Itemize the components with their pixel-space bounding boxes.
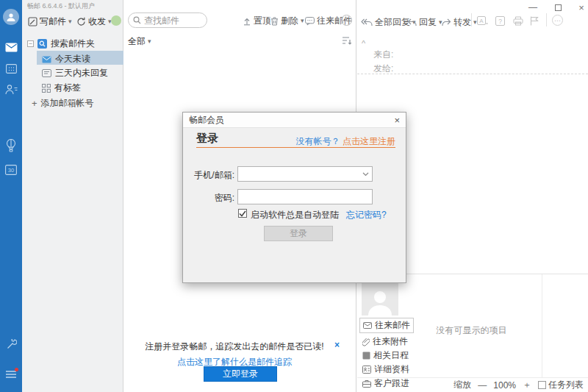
reading-more-button[interactable]: ⋯ (552, 15, 563, 26)
zoom-label: 缩放 (453, 379, 471, 391)
reply-icon (407, 18, 417, 26)
svg-text:A: A (479, 18, 484, 24)
header-separator (357, 74, 588, 74)
delete-label: 删除 (281, 15, 298, 27)
task-list-toggle[interactable]: 任务列表 (538, 379, 584, 391)
task-list-label: 任务列表 (548, 379, 584, 391)
close-button[interactable]: × (572, 1, 588, 13)
flag-button[interactable] (530, 16, 539, 26)
paperclip-icon (362, 338, 370, 346)
contact-avatar (362, 280, 398, 316)
add-contact-button[interactable]: A (477, 16, 488, 26)
pin-top-button[interactable]: 置顶 (243, 15, 271, 27)
nav-contacts[interactable] (0, 80, 22, 98)
no-account-text: 没有帐号？ (296, 136, 340, 146)
status-bar: 缩放 — 100% ＋ 任务列表 (357, 377, 588, 392)
login-submit-button[interactable]: 登录 (264, 226, 333, 241)
maximize-button[interactable] (548, 1, 567, 13)
collapse-header-icon[interactable]: ^ (362, 39, 365, 48)
notification-dot (15, 368, 18, 371)
calendar-icon (6, 63, 17, 74)
promo-text: 注册并登录畅邮，追踪发出去的邮件是否已读! (124, 341, 345, 353)
reply-button[interactable]: 回复 ▾ (407, 16, 442, 29)
svg-text:?: ? (498, 18, 502, 25)
sidebar-item-tagged[interactable]: 有标签 (42, 82, 81, 94)
status-indicator (111, 15, 121, 26)
minimize-button[interactable]: — (523, 1, 542, 13)
empty-list-message: 没有可显示的项目 (401, 324, 542, 337)
calendar-30-icon: 30 (5, 165, 17, 175)
login-now-button[interactable]: 立即登录 (204, 366, 277, 382)
nav-mail[interactable] (0, 38, 22, 56)
pencil-icon (28, 17, 37, 26)
sidebar-item-today-unread[interactable]: 今天未读 (42, 53, 90, 65)
nav-balloon[interactable] (0, 137, 22, 154)
nav-calendar30[interactable]: 30 (0, 161, 22, 179)
help-button[interactable]: ? (495, 16, 505, 26)
forward-label: 转发 (453, 16, 471, 29)
chevron-down-icon[interactable]: ▾ (473, 19, 477, 26)
member-login-dialog: 畅邮会员 × 登录 没有帐号？ 点击这里注册 手机/邮箱: 密码: 启动软件总是… (182, 112, 406, 283)
forward-icon (442, 18, 451, 26)
app-window: 30 畅邮 6.6.4.6 - 默认用户 写邮件 ▾ (0, 0, 588, 392)
minimize-icon: — (528, 2, 537, 13)
search-input[interactable] (144, 15, 198, 26)
auto-login-checkbox[interactable] (238, 209, 247, 218)
phone-email-field[interactable] (237, 166, 373, 182)
svg-text:30: 30 (8, 167, 14, 174)
tree-collapse-icon[interactable]: − (27, 40, 34, 47)
delete-button[interactable]: 删除 ▾ (270, 15, 304, 27)
tab-related-schedule[interactable]: 相关日程 (359, 349, 412, 363)
register-row: 没有帐号？ 点击这里注册 (183, 135, 395, 148)
account-avatar[interactable] (0, 7, 22, 26)
dialog-close-icon[interactable]: × (394, 115, 400, 126)
task-list-checkbox[interactable] (538, 381, 546, 389)
dialog-title: 畅邮会员 (189, 114, 224, 126)
nav-calendar[interactable] (0, 60, 22, 77)
tab-detailed-info[interactable]: 详细资料 (359, 363, 412, 377)
more-options-button[interactable]: ⋯ (341, 15, 352, 26)
filter-label: 全部 (128, 35, 146, 48)
envelope-icon (42, 56, 51, 63)
search-box[interactable] (128, 13, 207, 28)
dialog-titlebar[interactable]: 畅邮会员 (183, 113, 406, 128)
zoom-out-button[interactable]: — (478, 380, 487, 391)
sort-button[interactable] (342, 36, 352, 45)
zoom-value: 100% (493, 380, 516, 391)
chevron-down-icon[interactable]: ▾ (301, 18, 304, 24)
password-field[interactable] (237, 189, 373, 204)
reply-all-icon (361, 18, 373, 26)
pin-top-icon (243, 17, 251, 26)
tree-root-search-folders[interactable]: − 搜索邮件夹 (27, 38, 95, 50)
wrench-icon (6, 339, 17, 350)
filter-dropdown[interactable]: 全部 ▾ (128, 35, 151, 48)
heading-underline (196, 147, 395, 148)
send-receive-button[interactable]: 收发 ▾ (76, 15, 112, 28)
add-account-button[interactable]: + 添加邮箱帐号 (32, 97, 94, 110)
register-link[interactable]: 点击这里注册 (343, 136, 395, 146)
promo-close-icon[interactable]: × (334, 340, 340, 350)
zoom-in-button[interactable]: ＋ (523, 379, 531, 391)
nav-menu[interactable] (0, 366, 22, 383)
tags-grid-icon (42, 84, 51, 93)
nav-settings[interactable] (0, 335, 22, 353)
chat-bubble-icon (305, 17, 315, 26)
print-button[interactable] (513, 16, 523, 26)
forgot-password-link[interactable]: 忘记密码? (346, 209, 387, 221)
mail-icon (5, 43, 18, 52)
sidebar-item-no-reply-3days[interactable]: 三天内未回复 (42, 67, 108, 79)
reply-all-label: 全部回复 (375, 16, 410, 29)
user-avatar-icon (3, 9, 19, 25)
id-card-icon (362, 366, 371, 374)
chevron-down-icon[interactable]: ▾ (68, 18, 72, 25)
ellipsis-icon: ⋯ (343, 17, 350, 24)
balloon-icon (6, 139, 16, 152)
compose-button[interactable]: 写邮件 ▾ (28, 15, 72, 28)
search-folder-icon (37, 39, 47, 49)
envelope-icon (363, 322, 372, 329)
window-title: 畅邮 6.6.4.6 - 默认用户 (27, 1, 95, 11)
from-label: 来自: (373, 49, 393, 61)
auto-login-label[interactable]: 启动软件总是自动登陆 (251, 209, 339, 221)
ellipsis-icon: ⋯ (554, 17, 561, 24)
menu-icon (5, 370, 17, 379)
